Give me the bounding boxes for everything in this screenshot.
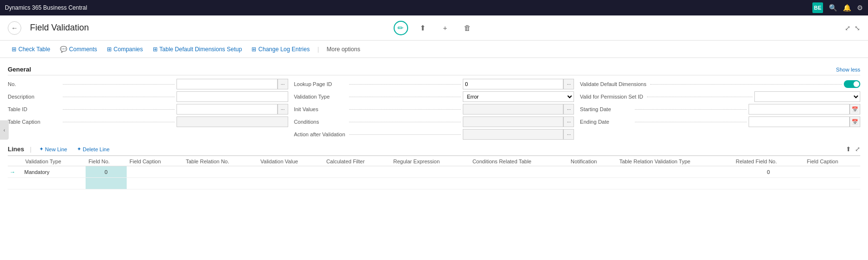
table-row[interactable]: →Mandatory00 [8, 166, 860, 178]
companies-button[interactable]: ⊞ Companies [103, 44, 147, 55]
valid-permission-set-select[interactable] [754, 91, 860, 102]
no-ellipsis-button[interactable]: ··· [278, 79, 288, 89]
no-input[interactable] [177, 79, 278, 89]
top-bar: Dynamics 365 Business Central BE 🔍 🔔 ⚙ [0, 0, 868, 15]
row-table-relation-validation-type [617, 178, 733, 189]
col-table-relation-no: Table Relation No. [183, 157, 257, 166]
action-divider: | [317, 46, 319, 53]
action-after-validation-ellipsis-button[interactable]: ··· [563, 129, 574, 140]
check-table-button[interactable]: ⊞ Check Table [8, 44, 54, 55]
lines-section: Lines | ✦ New Line ✦ Delete Line ⬆ ⤢ [8, 145, 860, 189]
col-conditions-related-table: Conditions Related Table [470, 157, 568, 166]
table-caption-dots [63, 122, 175, 122]
ending-date-calendar-button[interactable]: 📅 [850, 116, 860, 127]
settings-icon[interactable]: ⚙ [857, 4, 863, 12]
search-icon[interactable]: 🔍 [829, 4, 837, 12]
validation-type-select[interactable]: Error Warning Info [463, 91, 574, 102]
table-id-dots [63, 109, 175, 110]
trash-icon: 🗑 [464, 24, 471, 32]
table-default-dimensions-button[interactable]: ⊞ Table Default Dimensions Setup [149, 44, 246, 55]
ending-date-input[interactable] [749, 116, 850, 127]
collapse-icon[interactable]: ⤡ [854, 24, 860, 32]
app-logo: Dynamics 365 Business Central [5, 4, 87, 11]
action-after-validation-row: Action after Validation ··· [294, 129, 574, 140]
form-col-3: Validate Default Dimensions Valid for Pe… [580, 78, 860, 140]
action-after-validation-dots [349, 134, 461, 135]
row-field-caption [127, 178, 183, 189]
lookup-page-id-label: Lookup Page ID [294, 81, 347, 87]
lookup-page-id-ellipsis-button[interactable]: ··· [563, 79, 574, 89]
table-row[interactable] [8, 178, 860, 189]
description-dots [63, 97, 175, 97]
open-in-new-icon[interactable]: ⤢ [845, 24, 851, 32]
lines-header-row: Validation Type Field No. Field Caption … [8, 157, 860, 166]
form-col-2: Lookup Page ID ··· Validation Type Error… [294, 78, 574, 140]
row-notification [568, 178, 617, 189]
delete-line-button[interactable]: ✦ Delete Line [75, 145, 112, 153]
table-id-field-row: Table ID ··· [8, 103, 288, 115]
starting-date-row: Starting Date 📅 [580, 103, 860, 115]
collapse-sidebar-button[interactable]: ‹ [0, 120, 9, 140]
companies-icon: ⊞ [107, 46, 112, 53]
check-table-icon: ⊞ [12, 46, 16, 53]
lines-section-title: Lines [8, 145, 24, 153]
lookup-page-id-input[interactable] [463, 79, 564, 89]
lines-expand-icon[interactable]: ⤢ [855, 145, 860, 153]
share-button[interactable]: ⬆ [416, 21, 430, 35]
validation-type-dots [349, 97, 461, 97]
change-log-entries-button[interactable]: ⊞ Change Log Entries [248, 44, 313, 55]
row-field-caption2 [804, 178, 861, 189]
conditions-row: Conditions ··· [294, 116, 574, 128]
description-label: Description [8, 94, 61, 100]
row-field-no: 0 [86, 166, 127, 178]
starting-date-input[interactable] [749, 104, 850, 115]
table-caption-input [177, 116, 288, 127]
conditions-label: Conditions [294, 119, 347, 125]
table-id-ellipsis-button[interactable]: ··· [278, 104, 288, 115]
row-calculated-filter [324, 166, 391, 178]
row-validation-value [258, 178, 324, 189]
row-table-relation-no [183, 166, 257, 178]
comments-button[interactable]: 💬 Comments [56, 44, 101, 55]
show-less-button[interactable]: Show less [836, 67, 860, 72]
description-input[interactable] [177, 91, 288, 102]
starting-date-field: 📅 [749, 104, 860, 115]
table-id-field: ··· [177, 104, 288, 115]
conditions-field: ··· [463, 116, 574, 127]
delete-line-icon: ✦ [77, 146, 81, 152]
new-line-button[interactable]: ✦ New Line [37, 145, 69, 153]
ending-date-dots [635, 122, 747, 122]
row-arrow [8, 178, 22, 189]
edit-button[interactable]: ✏ [394, 21, 408, 35]
init-values-dots [349, 109, 461, 110]
no-dots [63, 84, 175, 85]
validate-default-dims-toggle[interactable] [844, 80, 860, 88]
back-button[interactable]: ← [8, 21, 21, 35]
lines-open-icon[interactable]: ⬆ [846, 145, 851, 153]
starting-date-dots [635, 109, 747, 110]
top-bar-left: Dynamics 365 Business Central [5, 4, 87, 11]
conditions-ellipsis-button[interactable]: ··· [563, 116, 574, 127]
row-table-relation-validation-type [617, 166, 733, 178]
col-field-caption2: Field Caption [804, 157, 861, 166]
row-notification [568, 166, 617, 178]
valid-permission-set-field [754, 91, 860, 102]
lookup-page-id-field: ··· [463, 79, 574, 89]
valid-permission-set-row: Valid for Permission Set ID [580, 91, 860, 102]
init-values-ellipsis-button[interactable]: ··· [563, 104, 574, 115]
user-avatar[interactable]: BE [812, 2, 823, 13]
new-line-icon: ✦ [39, 146, 44, 152]
row-validation-value [258, 166, 324, 178]
delete-button[interactable]: 🗑 [460, 21, 475, 35]
add-button[interactable]: + [438, 21, 453, 35]
no-label: No. [8, 81, 61, 87]
bell-icon[interactable]: 🔔 [843, 4, 851, 12]
row-conditions-related-table [470, 178, 568, 189]
starting-date-calendar-button[interactable]: 📅 [850, 104, 860, 115]
row-conditions-related-table [470, 166, 568, 178]
col-table-relation-validation-type: Table Relation Validation Type [617, 157, 733, 166]
validation-type-row: Validation Type Error Warning Info [294, 91, 574, 102]
table-id-input[interactable] [177, 104, 278, 115]
row-validation-type: Mandatory [22, 166, 86, 178]
more-options-button[interactable]: More options [323, 44, 364, 55]
